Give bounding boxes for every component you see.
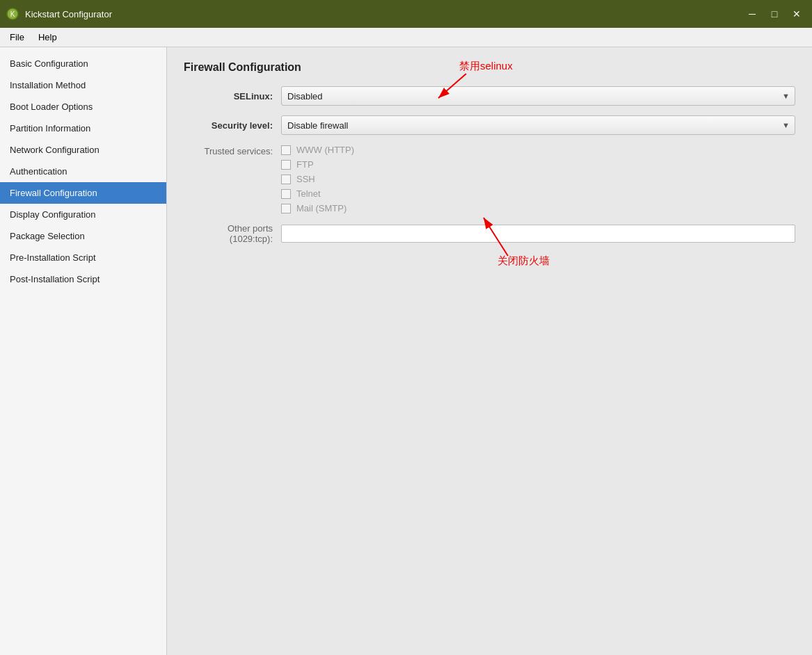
service-telnet: Telnet [281, 188, 795, 199]
other-ports-label: Other ports (1029:tcp): [184, 223, 281, 244]
section-title: Firewall Configuration [184, 61, 795, 74]
content-area: Firewall Configuration SELinux: Disabled… [167, 47, 812, 655]
selinux-row: SELinux: Disabled Enforcing Permissive ▼ [184, 86, 795, 106]
svg-text:K: K [10, 10, 15, 18]
menu-help[interactable]: Help [31, 29, 64, 45]
sidebar-item-display-configuration[interactable]: Display Configuration [0, 204, 166, 225]
service-ssh-label: SSH [296, 174, 315, 184]
services-list: WWW (HTTP) FTP SSH Telnet [281, 145, 795, 213]
security-level-label: Security level: [184, 120, 281, 131]
selinux-label: SELinux: [184, 91, 281, 102]
service-ftp: FTP [281, 159, 795, 170]
menu-file[interactable]: File [3, 29, 31, 45]
trusted-services-row: Trusted services: WWW (HTTP) FTP SSH [184, 145, 795, 213]
trusted-services-label: Trusted services: [184, 145, 281, 156]
selinux-dropdown-wrapper: Disabled Enforcing Permissive ▼ [281, 86, 795, 106]
service-ftp-label: FTP [296, 159, 314, 170]
menubar: File Help [0, 28, 812, 47]
sidebar-item-boot-loader-options[interactable]: Boot Loader Options [0, 96, 166, 118]
sidebar-item-installation-method[interactable]: Installation Method [0, 74, 166, 96]
other-ports-row: Other ports (1029:tcp): [184, 223, 795, 244]
security-level-select[interactable]: Disable firewall Enable firewall [281, 115, 795, 135]
service-mail-label: Mail (SMTP) [296, 203, 347, 213]
app-icon: K [6, 7, 19, 21]
titlebar-title: Kickstart Configurator [25, 9, 112, 19]
sidebar-item-authentication[interactable]: Authentication [0, 161, 166, 182]
service-mail: Mail (SMTP) [281, 203, 795, 213]
service-mail-checkbox[interactable] [281, 204, 291, 213]
security-level-dropdown-wrapper: Disable firewall Enable firewall ▼ [281, 115, 795, 135]
sidebar: Basic Configuration Installation Method … [0, 47, 167, 655]
sidebar-item-network-configuration[interactable]: Network Configuration [0, 139, 166, 161]
sidebar-item-partition-information[interactable]: Partition Information [0, 118, 166, 139]
service-www: WWW (HTTP) [281, 145, 795, 155]
sidebar-item-package-selection[interactable]: Package Selection [0, 225, 166, 247]
close-button[interactable]: ✕ [787, 4, 806, 24]
minimize-button[interactable]: ─ [742, 4, 762, 24]
service-www-checkbox[interactable] [281, 145, 291, 155]
sidebar-item-pre-installation-script[interactable]: Pre-Installation Script [0, 247, 166, 268]
titlebar-left: K Kickstart Configurator [6, 7, 112, 21]
service-telnet-checkbox[interactable] [281, 189, 291, 199]
sidebar-item-firewall-configuration[interactable]: Firewall Configuration [0, 182, 166, 204]
service-ftp-checkbox[interactable] [281, 160, 291, 170]
service-www-label: WWW (HTTP) [296, 145, 354, 155]
titlebar: K Kickstart Configurator ─ □ ✕ [0, 0, 812, 28]
service-ssh-checkbox[interactable] [281, 175, 291, 184]
sidebar-item-post-installation-script[interactable]: Post-Installation Script [0, 268, 166, 290]
security-level-row: Security level: Disable firewall Enable … [184, 115, 795, 135]
selinux-select[interactable]: Disabled Enforcing Permissive [281, 86, 795, 106]
titlebar-controls: ─ □ ✕ [742, 4, 806, 24]
other-ports-input[interactable] [281, 225, 795, 243]
service-telnet-label: Telnet [296, 188, 321, 199]
main-container: Basic Configuration Installation Method … [0, 47, 812, 655]
service-ssh: SSH [281, 174, 795, 184]
maximize-button[interactable]: □ [765, 4, 784, 24]
form-area: SELinux: Disabled Enforcing Permissive ▼… [184, 86, 795, 244]
sidebar-item-basic-configuration[interactable]: Basic Configuration [0, 53, 166, 74]
annotation-disable-firewall: 关闭防火墙 [497, 254, 550, 268]
